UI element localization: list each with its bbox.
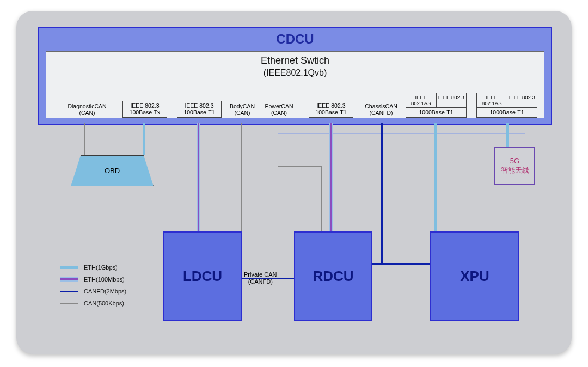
legend-label: CAN(500Kbps) [84,300,124,307]
port-label: BodyCAN [226,103,259,110]
port-sub: (CAN) [261,109,297,117]
fiveg-block: 5G 智能天线 [494,147,535,185]
legend-row-eth1g: ETH(1Gbps) [60,261,126,273]
port-label: IEEE 802.3 [309,102,353,109]
port-1000base-b: IEEE 802.1AS IEEE 802.3 1000Base-T1 [476,93,537,118]
port-split-left: IEEE 802.1AS [477,93,507,108]
cdcu-title: CDCU [39,32,551,47]
port-diagnosticcan: DiagnosticCAN (CAN) [63,102,112,118]
wire-eth100-ldcu [198,123,199,231]
private-can-label: Private CAN (CANFD) [244,271,277,285]
legend-row-canfd: CANFD(2Mbps) [60,285,126,297]
port-bodycan: BodyCAN (CAN) [226,102,259,118]
private-can-l1: Private CAN [244,271,277,278]
port-sub: (CAN) [226,109,259,117]
wire-eth1g-obd [143,123,145,155]
wire-canfd-chassis-h [369,263,432,265]
legend: ETH(1Gbps) ETH(100Mbps) CANFD(2Mbps) CAN… [60,261,126,309]
wire-canfd-chassis-v [381,123,383,264]
diagram-frame: CDCU Ethernet Swtich (IEEE802.1Qvb) Diag… [16,11,572,354]
port-label: ChassisCAN [362,103,400,110]
wire-can-power-v [278,123,278,166]
ldcu-label: LDCU [164,268,241,285]
legend-swatch-canfd [60,291,78,292]
port-split-left: IEEE 802.1AS [406,93,437,108]
port-sub: (CAN) [63,109,112,117]
port-label: IEEE 802.3 [177,102,221,109]
wire-can-obd [84,123,85,155]
switch-subtitle: (IEEE802.1Qvb) [46,68,544,78]
port-sub: 100Base-Tx [123,109,167,116]
cdcu-block: CDCU Ethernet Swtich (IEEE802.1Qvb) Diag… [38,27,552,125]
xpu-label: XPU [431,268,518,285]
port-split-right: IEEE 802.3 [507,93,537,108]
obd-label: OBD [105,167,120,175]
rdcu-label: RDCU [295,268,371,285]
legend-label: ETH(100Mbps) [84,276,125,283]
legend-label: ETH(1Gbps) [84,264,118,271]
xpu-block: XPU [430,231,519,321]
wire-can-power-h [278,166,321,167]
port-label: DiagnosticCAN [63,103,112,110]
port-label: IEEE 802.3 [123,102,167,109]
port-sub: 100Base-T1 [309,109,353,116]
bus-line [278,133,525,134]
obd-block: OBD [71,155,154,186]
legend-swatch-can [60,303,78,304]
wire-can-power-v2 [321,166,322,231]
port-powercan: PowerCAN (CAN) [261,102,297,118]
legend-row-can: CAN(500Kbps) [60,297,126,309]
fiveg-l2: 智能天线 [495,166,534,175]
private-can-l2: (CANFD) [244,278,277,285]
wire-eth100-rdcu [330,123,332,231]
legend-label: CANFD(2Mbps) [84,288,126,295]
wire-eth1g-xpu [434,123,437,231]
legend-swatch-eth100 [60,278,78,280]
port-label: PowerCAN [261,103,297,110]
port-8023-t1-b: IEEE 802.3 100Base-T1 [309,101,353,118]
port-split-right: IEEE 802.3 [437,93,467,108]
port-chassiscan: ChassisCAN (CANFD) [362,102,400,118]
ldcu-block: LDCU [163,231,242,321]
port-1000base-a: IEEE 802.1AS IEEE 802.3 1000Base-T1 [406,93,467,118]
port-8023-tx: IEEE 802.3 100Base-Tx [122,101,167,118]
port-sub: 1000Base-T1 [406,108,466,117]
rdcu-block: RDCU [294,231,372,321]
wire-can-body [241,123,242,231]
ethernet-switch: Ethernet Swtich (IEEE802.1Qvb) Diagnosti… [46,51,544,118]
port-sub: 1000Base-T1 [477,108,537,117]
legend-row-eth100: ETH(100Mbps) [60,273,126,285]
port-sub: 100Base-T1 [177,109,221,116]
switch-title: Ethernet Swtich [46,55,544,66]
fiveg-l1: 5G [495,157,534,166]
legend-swatch-eth1g [60,266,78,269]
wire-eth1g-5g [506,123,509,147]
port-8023-t1-a: IEEE 802.3 100Base-T1 [177,101,222,118]
port-sub: (CANFD) [362,109,400,117]
